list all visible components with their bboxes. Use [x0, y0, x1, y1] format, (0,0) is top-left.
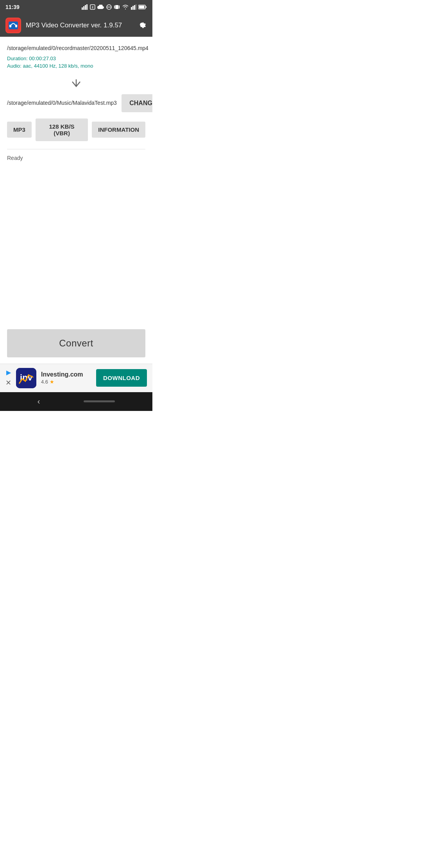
svg-rect-9	[114, 5, 115, 9]
ad-controls: ▶ ✕	[5, 369, 11, 387]
svg-rect-1	[83, 6, 84, 10]
app-logo-svg	[6, 18, 20, 32]
svg-rect-14	[136, 4, 136, 10]
mobile-signal-icon	[131, 4, 136, 10]
svg-rect-20	[9, 25, 11, 27]
input-file-audio: Audio: aac, 44100 Hz, 128 kb/s, mono	[7, 62, 148, 70]
signal-bars-icon	[82, 4, 88, 10]
ad-info: Investing.com 4.6 ★	[41, 371, 91, 385]
app-title: MP3 Video Converter ver. 1.9.57	[26, 22, 122, 29]
arrow-down-icon	[70, 78, 82, 90]
status-text: Ready	[7, 153, 145, 163]
input-file-path: /storage/emulated/0/recordmaster/2020051…	[7, 45, 148, 52]
output-file-section: /storage/emulated/0/Music/MalavidaTest.m…	[7, 94, 145, 112]
input-file-section: /storage/emulated/0/recordmaster/2020051…	[7, 45, 145, 70]
status-time: 11:39	[5, 4, 20, 10]
svg-rect-2	[85, 5, 86, 10]
svg-text:2: 2	[92, 5, 94, 9]
information-button[interactable]: INFORMATION	[92, 122, 145, 138]
main-content: /storage/emulated/0/recordmaster/2020051…	[0, 37, 152, 323]
investing-logo-svg: inv	[16, 368, 36, 388]
svg-text:inv: inv	[20, 373, 33, 382]
divider	[7, 149, 145, 149]
back-button[interactable]: ‹	[38, 397, 40, 406]
nav-bar: ‹	[0, 392, 152, 411]
vibrate-icon	[114, 4, 120, 10]
ad-banner: ▶ ✕ inv Investing.com 4.6 ★ DOWNLOAD	[0, 364, 152, 392]
app-logo	[5, 18, 21, 33]
wifi-icon	[122, 4, 129, 10]
convert-button[interactable]: Convert	[7, 329, 145, 357]
cloud-icon	[97, 5, 104, 9]
input-file-duration: Duration: 00:00:27.03	[7, 55, 148, 63]
blocked-icon	[106, 4, 112, 10]
settings-icon	[137, 20, 147, 30]
svg-rect-8	[115, 5, 118, 9]
status-bar: 11:39 2	[0, 0, 152, 14]
output-file-path: /storage/emulated/0/Music/MalavidaTest.m…	[7, 99, 122, 107]
ad-play-icon[interactable]: ▶	[6, 369, 11, 376]
format-row: MP3 128 KB/S (VBR) INFORMATION	[7, 118, 145, 141]
svg-rect-13	[134, 5, 135, 10]
ad-star-icon: ★	[50, 379, 54, 385]
svg-rect-16	[146, 6, 147, 8]
ad-app-icon: inv	[16, 368, 36, 388]
ad-rating-value: 4.6	[41, 379, 48, 385]
format-button[interactable]: MP3	[7, 122, 32, 138]
battery-icon	[138, 5, 147, 9]
download-button[interactable]: DOWNLOAD	[96, 369, 147, 387]
svg-rect-0	[82, 7, 83, 10]
status-icons: 2	[82, 4, 147, 10]
input-file-info: /storage/emulated/0/recordmaster/2020051…	[7, 45, 152, 70]
home-indicator[interactable]	[84, 400, 115, 402]
bitrate-button[interactable]: 128 KB/S (VBR)	[36, 118, 88, 141]
ad-close-icon[interactable]: ✕	[5, 378, 11, 387]
notification-icon: 2	[90, 4, 95, 10]
ad-rating: 4.6 ★	[41, 379, 91, 385]
app-bar: MP3 Video Converter ver. 1.9.57	[0, 14, 152, 37]
svg-rect-21	[15, 25, 17, 27]
svg-rect-3	[86, 4, 88, 10]
content-area	[7, 163, 145, 319]
ad-app-name: Investing.com	[41, 371, 91, 378]
arrow-section	[7, 74, 145, 94]
svg-rect-11	[131, 7, 132, 10]
app-bar-left: MP3 Video Converter ver. 1.9.57	[5, 18, 122, 33]
convert-section: Convert	[0, 323, 152, 364]
settings-button[interactable]	[137, 20, 147, 31]
svg-rect-17	[139, 6, 145, 9]
change-button[interactable]: CHANGE	[122, 94, 152, 112]
svg-rect-10	[119, 5, 120, 9]
svg-rect-12	[132, 6, 134, 10]
